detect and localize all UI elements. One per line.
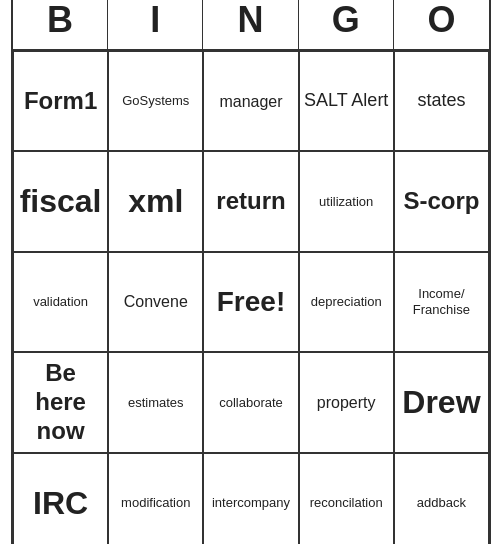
bingo-cell: IRC (13, 453, 108, 544)
bingo-cell: S-corp (394, 151, 489, 251)
bingo-cell: Drew (394, 352, 489, 452)
bingo-cell: intercompany (203, 453, 298, 544)
bingo-cell: Income/ Franchise (394, 252, 489, 352)
bingo-cell: Free! (203, 252, 298, 352)
bingo-cell: validation (13, 252, 108, 352)
bingo-cell: xml (108, 151, 203, 251)
bingo-cell: Convene (108, 252, 203, 352)
bingo-cell: Form1 (13, 51, 108, 151)
bingo-cell: fiscal (13, 151, 108, 251)
bingo-cell: estimates (108, 352, 203, 452)
header-letter: B (13, 0, 108, 49)
bingo-cell: SALT Alert (299, 51, 394, 151)
header-letter: I (108, 0, 203, 49)
header-letter: N (203, 0, 298, 49)
bingo-cell: modification (108, 453, 203, 544)
bingo-cell: return (203, 151, 298, 251)
header-letter: O (394, 0, 489, 49)
bingo-cell: reconcilation (299, 453, 394, 544)
header-letter: G (299, 0, 394, 49)
bingo-cell: collaborate (203, 352, 298, 452)
bingo-cell: manager (203, 51, 298, 151)
bingo-card: BINGO Form1GoSystemsmanagerSALT Alertsta… (11, 0, 491, 544)
bingo-grid: Form1GoSystemsmanagerSALT Alertstatesfis… (13, 51, 489, 544)
bingo-cell: utilization (299, 151, 394, 251)
bingo-header: BINGO (13, 0, 489, 51)
bingo-cell: addback (394, 453, 489, 544)
bingo-cell: states (394, 51, 489, 151)
bingo-cell: property (299, 352, 394, 452)
bingo-cell: depreciation (299, 252, 394, 352)
bingo-cell: Be here now (13, 352, 108, 452)
bingo-cell: GoSystems (108, 51, 203, 151)
